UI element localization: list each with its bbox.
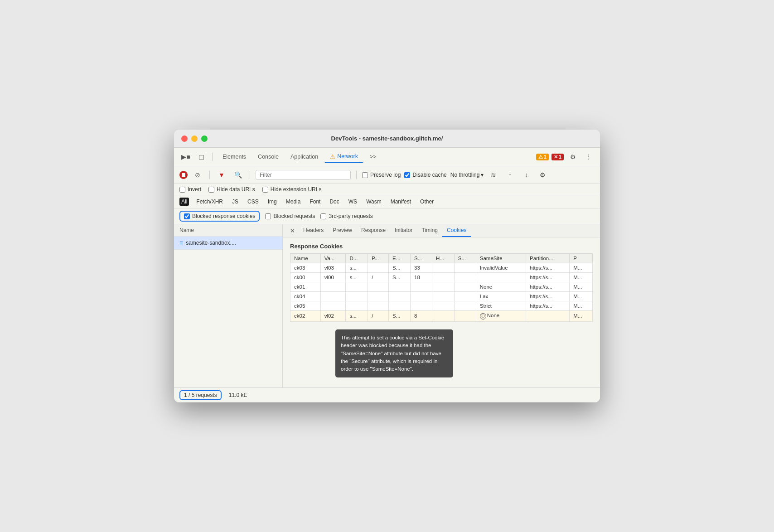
wifi-icon[interactable]: ≋ [487,169,500,181]
warn-icon-badge: ⚠ [538,154,543,160]
blocked-requests-label[interactable]: Blocked requests [265,213,315,219]
disable-cache-label[interactable]: Disable cache [404,172,446,178]
tab-timing[interactable]: Timing [417,224,442,237]
stop-button[interactable] [179,171,188,179]
hide-extension-urls-checkbox[interactable] [262,187,268,193]
cell-priority: M... [570,273,593,282]
main-tabs: Elements Console Application ⚠ Network >… [217,151,533,163]
minimize-button[interactable] [191,135,198,142]
col-value: Va... [320,254,346,263]
list-item[interactable]: ≡ samesite-sandbox.... [174,237,282,250]
hide-data-urls-checkbox[interactable] [208,187,214,193]
search-icon[interactable]: 🔍 [232,169,244,181]
type-css[interactable]: CSS [246,198,261,206]
type-manifest[interactable]: Manifest [389,198,413,206]
table-row[interactable]: ck03 vl03 s... S... 33 InvalidValue http… [290,263,593,273]
left-pane: Name ≡ samesite-sandbox.... [174,224,283,387]
cell-expires: S... [389,311,411,322]
tab-response[interactable]: Response [357,224,390,237]
third-party-requests-checkbox[interactable] [320,213,326,219]
table-row[interactable]: ck01 None https://s... M... [290,282,593,292]
cell-path [368,301,389,311]
filter-row2: Blocked response cookies Blocked request… [174,208,600,224]
type-fetch-xhr[interactable]: Fetch/XHR [194,198,225,206]
warning-badge[interactable]: ⚠ 1 [536,154,549,160]
window-title: DevTools - samesite-sandbox.glitch.me/ [331,135,443,142]
col-path: P... [368,254,389,263]
cell-path: / [368,311,389,322]
tab-headers[interactable]: Headers [299,224,328,237]
chevron-down-icon: ▾ [481,172,484,178]
table-row-highlighted[interactable]: ck02 vl02 s... / S... 8 ⓘNone [290,311,593,322]
tab-console[interactable]: Console [252,151,284,162]
invert-checkbox[interactable] [179,187,185,193]
disable-cache-checkbox[interactable] [404,172,410,178]
cell-samesite: None [476,282,526,292]
upload-icon[interactable]: ↑ [503,169,516,181]
type-bar: All Fetch/XHR JS CSS Img Media Font Doc … [174,195,600,208]
type-ws[interactable]: WS [347,198,359,206]
third-party-requests-label[interactable]: 3rd-party requests [320,213,372,219]
network-settings-icon[interactable]: ⚙ [536,169,549,181]
hide-data-urls-label[interactable]: Hide data URLs [208,186,255,193]
col-samesite: SameSite [476,254,526,263]
type-all[interactable]: All [179,198,189,206]
preserve-log-label[interactable]: Preserve log [362,172,401,178]
tooltip: This attempt to set a cookie via a Set-C… [335,329,453,377]
more-icon[interactable]: ⋮ [582,150,595,163]
filter-bar: Invert Hide data URLs Hide extension URL… [174,184,600,195]
device-icon[interactable]: ▢ [195,150,208,163]
col-domain: D... [346,254,368,263]
invert-label[interactable]: Invert [179,186,201,193]
fullscreen-button[interactable] [201,135,208,142]
filter-icon[interactable]: ▼ [215,169,228,181]
type-doc[interactable]: Doc [328,198,341,206]
download-icon[interactable]: ↓ [520,169,532,181]
error-badge[interactable]: ✕ 1 [551,154,564,160]
response-cookies-title: Response Cookies [290,243,593,250]
tab-preview[interactable]: Preview [328,224,357,237]
type-js[interactable]: JS [230,198,240,206]
tab-initiator[interactable]: Initiator [390,224,417,237]
hide-extension-urls-label[interactable]: Hide extension URLs [262,186,322,193]
type-img[interactable]: Img [266,198,279,206]
cell-size: 18 [411,273,432,282]
stop-icon [182,173,185,177]
error-icon-badge: ✕ [554,154,558,160]
cell-path [368,292,389,301]
tab-more[interactable]: >> [364,151,382,162]
cell-name: ck00 [290,273,321,282]
clear-icon[interactable]: ⊘ [191,169,204,181]
tab-cookies[interactable]: Cookies [442,224,471,237]
type-media[interactable]: Media [284,198,303,206]
close-button[interactable] [181,135,188,142]
cell-samesite: Lax [476,292,526,301]
tab-elements[interactable]: Elements [217,151,252,162]
table-row[interactable]: ck00 vl00 s... / S... 18 https://s... [290,273,593,282]
cell-partition: https://s... [526,273,570,282]
tab-application[interactable]: Application [285,151,324,162]
type-wasm[interactable]: Wasm [364,198,383,206]
table-row[interactable]: ck05 Strict https://s... M... [290,301,593,311]
blocked-response-cookies-checkbox[interactable] [184,213,190,219]
right-pane: ✕ Headers Preview Response Initiator Tim… [283,224,600,387]
file-icon: ≡ [179,239,183,247]
table-row[interactable]: ck04 Lax https://s... M... [290,292,593,301]
blocked-response-cookies-label[interactable]: Blocked response cookies [179,211,260,222]
cell-size [411,301,432,311]
warn-icon: ⚠ [330,153,335,160]
type-font[interactable]: Font [308,198,322,206]
close-panel-button[interactable]: ✕ [286,225,299,237]
preserve-log-checkbox[interactable] [362,172,368,178]
cursor-icon[interactable]: ▶■ [179,150,192,163]
cell-value: vl00 [320,273,346,282]
blocked-requests-checkbox[interactable] [265,213,271,219]
settings-icon[interactable]: ⚙ [566,150,579,163]
filter-input[interactable] [256,170,351,180]
tab-network[interactable]: ⚠ Network [324,151,363,163]
titlebar: DevTools - samesite-sandbox.glitch.me/ [174,130,600,148]
throttle-select[interactable]: No throttling ▾ [450,172,484,178]
type-other[interactable]: Other [418,198,435,206]
cell-size [411,282,432,292]
cell-priority: M... [570,292,593,301]
